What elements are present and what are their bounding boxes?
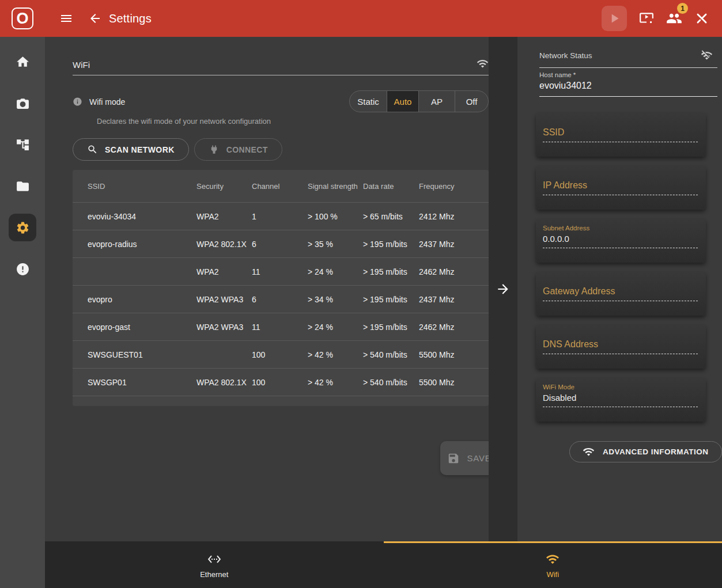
play-button[interactable] — [602, 6, 627, 31]
cell-rate: > 65 m/bits — [363, 212, 419, 221]
crossed-tools-icon — [694, 11, 709, 26]
plug-icon — [209, 144, 220, 155]
scan-network-label: SCAN NETWORK — [105, 145, 175, 154]
ssid-label: SSID — [543, 127, 698, 142]
cell-channel: 1 — [252, 212, 308, 221]
connect-label: CONNECT — [226, 145, 268, 154]
table-row[interactable]: WPA2 11 > 24 % > 195 m/bits 2462 Mhz — [73, 257, 489, 285]
folder-icon — [16, 179, 30, 194]
wifi-mode-status-label: WiFi Mode — [543, 384, 698, 390]
cell-rate: > 195 m/bits — [363, 267, 419, 276]
table-row[interactable]: evopro WPA2 WPA3 6 > 34 % > 195 m/bits 2… — [73, 285, 489, 313]
live-view-settings-button[interactable] — [639, 11, 654, 26]
status-card-ssid[interactable]: SSID — [536, 113, 706, 157]
cell-security: WPA2 — [196, 212, 252, 221]
panel-divider-strip — [489, 37, 517, 541]
status-card-dns-address[interactable]: DNS Address — [536, 325, 706, 369]
back-button[interactable] — [88, 12, 102, 25]
app-window: O Settings — [0, 0, 722, 588]
cell-ssid: evoviu-34034 — [73, 212, 196, 221]
table-row[interactable]: SWSGP01 WPA2 802.1X 100 > 42 % > 540 m/b… — [73, 368, 489, 396]
host-name-value: evoviu34012 — [539, 81, 717, 91]
cell-frequency: 2462 Mhz — [419, 323, 489, 332]
left-sidebar — [0, 37, 45, 588]
dns-address-label: DNS Address — [543, 339, 698, 354]
cell-signal: > 100 % — [308, 212, 363, 221]
cell-frequency: 5500 Mhz — [419, 350, 489, 359]
save-icon — [447, 452, 460, 465]
play-icon — [607, 11, 622, 26]
sidebar-item-files[interactable] — [9, 172, 36, 200]
cell-security: WPA2 WPA3 — [196, 295, 252, 304]
info-icon[interactable] — [73, 97, 82, 107]
wifi-section-label: WiFi — [73, 60, 90, 70]
cell-ssid: SWSGP01 — [73, 378, 196, 387]
tab-ethernet[interactable]: Ethernet — [45, 541, 384, 588]
collapse-panel-arrow[interactable] — [496, 282, 511, 297]
app-logo: O — [0, 0, 45, 37]
save-label: SAVE — [467, 453, 491, 463]
gear-icon — [16, 221, 30, 235]
hamburger-menu-button[interactable] — [59, 12, 73, 25]
subnet-address-value: 0.0.0.0 — [543, 234, 698, 248]
status-card-gateway-address[interactable]: Gateway Address — [536, 272, 706, 316]
header-actions: 1 — [602, 6, 722, 31]
table-row[interactable]: SWSGUEST01 100 > 42 % > 540 m/bits 5500 … — [73, 340, 489, 368]
video-settings-icon — [639, 11, 654, 26]
wifi-mode-status-value: Disabled — [543, 393, 698, 407]
status-card-ip-address[interactable]: IP Address — [536, 166, 706, 210]
scan-network-button[interactable]: SCAN NETWORK — [73, 138, 189, 161]
host-name-label: Host name * — [539, 71, 717, 78]
cell-signal: > 34 % — [308, 295, 363, 304]
cell-frequency: 2437 Mhz — [419, 295, 489, 304]
cell-frequency: 2412 Mhz — [419, 212, 489, 221]
sidebar-item-camera[interactable] — [9, 89, 36, 117]
network-status-title: Network Status — [539, 51, 592, 60]
network-type-tabs: Ethernet Wifi — [45, 541, 722, 588]
wifi-off-icon — [701, 50, 713, 62]
connect-button[interactable]: CONNECT — [194, 138, 282, 161]
status-card-subnet-address[interactable]: Subnet Address 0.0.0.0 — [536, 219, 706, 263]
search-icon — [87, 144, 98, 155]
cell-signal: > 35 % — [308, 240, 363, 249]
tab-wifi[interactable]: Wifi — [384, 541, 722, 588]
cell-channel: 11 — [252, 267, 308, 276]
status-card-wifi-mode[interactable]: WiFi Mode Disabled — [536, 378, 706, 422]
cell-signal: > 24 % — [308, 267, 363, 276]
table-header-row: SSID Security Channel Signal strength Da… — [73, 170, 489, 202]
mode-option-off[interactable]: Off — [455, 91, 488, 112]
maintenance-button[interactable] — [694, 11, 709, 26]
cell-signal: > 24 % — [308, 323, 363, 332]
wifi-mode-row: Wifi mode Declares the wifi mode of your… — [73, 90, 489, 126]
cell-security: WPA2 — [196, 267, 252, 276]
cell-signal: > 42 % — [308, 378, 363, 387]
cell-ssid: evopro-gast — [73, 323, 196, 332]
home-icon — [16, 55, 30, 69]
mode-option-auto[interactable]: Auto — [387, 91, 418, 112]
table-row[interactable]: evoviu-34034 WPA2 1 > 100 % > 65 m/bits … — [73, 202, 489, 230]
wifi-icon — [583, 446, 595, 458]
mode-option-ap[interactable]: AP — [418, 91, 455, 112]
advanced-information-label: ADVANCED INFORMATION — [603, 447, 709, 456]
sidebar-item-workflow[interactable] — [9, 131, 36, 158]
host-name-field[interactable]: Host name * evoviu34012 — [539, 71, 717, 97]
sidebar-item-settings[interactable] — [9, 214, 36, 241]
wifi-settings-main: WiFi Wifi mode Declares the wifi mode of… — [45, 37, 489, 541]
cell-rate: > 540 m/bits — [363, 350, 419, 359]
app-header: O Settings — [0, 0, 722, 37]
sidebar-item-home[interactable] — [9, 48, 36, 75]
users-button[interactable]: 1 — [666, 10, 682, 26]
logo-o-mark: O — [12, 7, 33, 29]
wifi-section-field[interactable]: WiFi — [73, 58, 489, 75]
table-row[interactable]: evopro-gast WPA2 WPA3 11 > 24 % > 195 m/… — [73, 313, 489, 340]
wifi-mode-description: Declares the wifi mode of your network c… — [97, 117, 489, 126]
column-frequency: Frequency — [419, 182, 489, 191]
tab-wifi-label: Wifi — [546, 570, 559, 579]
cell-frequency: 2462 Mhz — [419, 267, 489, 276]
arrow-left-icon — [88, 12, 102, 25]
mode-option-static[interactable]: Static — [350, 91, 387, 112]
cell-frequency: 2437 Mhz — [419, 240, 489, 249]
table-row[interactable]: evopro-radius WPA2 802.1X 6 > 35 % > 195… — [73, 230, 489, 257]
advanced-information-button[interactable]: ADVANCED INFORMATION — [569, 441, 722, 462]
sidebar-item-alerts[interactable] — [9, 255, 36, 283]
